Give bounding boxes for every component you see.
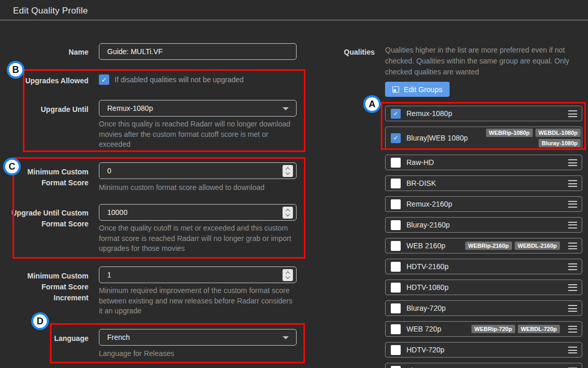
min-cf-score-label: Minimum Custom Format Score (10, 167, 88, 188)
annotation-circle-b: B (7, 61, 24, 79)
quality-item[interactable]: Remux-2160p (385, 196, 582, 212)
quality-checkbox[interactable] (391, 345, 401, 355)
upgrade-until-cf-input[interactable]: 10000 (99, 204, 297, 221)
quality-label: Raw-HD (406, 158, 563, 167)
quality-checkbox[interactable] (391, 220, 401, 230)
upgrade-until-label: Upgrade Until (10, 104, 88, 115)
quality-checkbox[interactable] (391, 241, 401, 251)
quality-item[interactable]: BR-DISK (385, 175, 582, 191)
quality-checkbox[interactable]: ✓ (391, 109, 401, 119)
annotation-circle-d: D (31, 312, 49, 330)
upgrades-allowed-help: If disabled qualities will not be upgrad… (114, 75, 244, 84)
quality-badge: WEBDL-720p (518, 325, 560, 333)
stepper-down-icon[interactable] (286, 170, 290, 174)
quality-item[interactable]: HDTV-720p (385, 342, 582, 358)
drag-handle-icon[interactable] (568, 326, 577, 333)
quality-label: Bluray-720p (406, 304, 563, 312)
quality-checkbox[interactable] (391, 262, 401, 272)
quality-checkbox[interactable] (391, 303, 401, 313)
quality-label: HDTV-2160p (406, 262, 563, 271)
drag-handle-icon[interactable] (568, 284, 577, 291)
language-label: Language (10, 333, 88, 344)
name-input[interactable]: Guide: MULTi.VF (99, 43, 297, 60)
min-cf-score-help: Minimum custom format score allowed to d… (99, 183, 297, 193)
drag-handle-icon[interactable] (568, 159, 577, 166)
chevron-down-icon (283, 107, 289, 110)
drag-handle-icon[interactable] (568, 263, 577, 270)
quality-checkbox[interactable]: ✓ (391, 133, 401, 143)
quality-checkbox[interactable] (391, 179, 401, 188)
min-cf-increment-value: 1 (107, 271, 111, 279)
page-title: Edit Quality Profile (13, 6, 88, 16)
quality-badge: WEBRip-720p (471, 325, 515, 333)
quality-checkbox[interactable] (391, 199, 401, 209)
edit-groups-label: Edit Groups (404, 85, 442, 94)
quality-item[interactable]: WEB 2160pWEBRip-2160pWEBDL-2160p (385, 238, 582, 253)
quality-label: BR-DISK (406, 179, 563, 187)
annotation-circle-a: A (363, 95, 381, 113)
qualities-label: Qualities (323, 48, 375, 56)
quality-checkbox[interactable] (391, 158, 401, 168)
quality-item[interactable]: HDTV-2160p (385, 259, 582, 274)
drag-handle-icon[interactable] (568, 201, 577, 208)
drag-handle-icon[interactable] (568, 305, 577, 312)
upgrades-allowed-checkbox[interactable]: ✓ (99, 74, 109, 85)
annotation-circle-c: C (3, 158, 21, 175)
upgrade-until-cf-help: Once the quality cutoff is met or exceed… (99, 223, 297, 254)
quality-label: WEB 2160p (406, 242, 459, 250)
quality-badge: Bluray-1080p (539, 139, 581, 147)
quality-item[interactable]: Bluray-576p (385, 363, 582, 368)
quality-badges: WEBRip-1080pWEBDL-1080pBluray-1080p (474, 129, 581, 147)
object-group-icon (392, 86, 399, 93)
language-help: Language for Releases (99, 349, 297, 359)
min-cf-increment-input[interactable]: 1 (99, 267, 297, 283)
quality-item[interactable]: ✓Bluray|WEB 1080pWEBRip-1080pWEBDL-1080p… (385, 126, 582, 149)
edit-groups-button[interactable]: Edit Groups (385, 82, 450, 97)
quality-badge: WEBRip-2160p (465, 242, 512, 250)
min-cf-increment-label: Minimum Custom Format Score Increment (10, 271, 88, 303)
chevron-down-icon (283, 336, 289, 339)
quality-item[interactable]: Bluray-2160p (385, 217, 582, 233)
quality-item[interactable]: ✓Remux-1080p (385, 106, 582, 121)
quality-label: HDTV-1080p (406, 283, 563, 291)
min-cf-score-value: 0 (107, 167, 111, 175)
drag-handle-icon[interactable] (568, 110, 577, 117)
quality-badge: WEBDL-2160p (515, 242, 560, 250)
stepper-down-icon[interactable] (286, 212, 290, 216)
min-cf-increment-help: Minimum required improvement of the cust… (99, 286, 297, 316)
quality-label: Remux-2160p (406, 200, 563, 208)
quality-item[interactable]: Bluray-720p (385, 300, 582, 316)
quality-item[interactable]: WEB 720pWEBRip-720pWEBDL-720p (385, 321, 582, 337)
quality-item[interactable]: Raw-HD (385, 155, 582, 170)
drag-handle-icon[interactable] (568, 180, 577, 187)
upgrades-allowed-label: Upgrades Allowed (10, 75, 88, 86)
upgrade-until-cf-label: Upgrade Until Custom Format Score (10, 208, 88, 230)
upgrade-until-value: Remux-1080p (107, 104, 153, 112)
quality-checkbox[interactable] (391, 324, 401, 334)
quality-badges: WEBRip-2160pWEBDL-2160p (465, 242, 560, 250)
quality-label: Remux-1080p (406, 109, 563, 118)
quality-list: ✓Remux-1080p✓Bluray|WEB 1080pWEBRip-1080… (385, 106, 582, 368)
language-select[interactable]: French (99, 329, 297, 346)
drag-handle-icon[interactable] (568, 347, 577, 353)
language-value: French (107, 333, 130, 341)
drag-handle-icon[interactable] (568, 243, 577, 249)
upgrade-until-help: Once this quality is reached Radarr will… (99, 119, 297, 150)
quality-label: WEB 720p (406, 325, 466, 333)
number-stepper[interactable] (283, 269, 293, 281)
min-cf-score-input[interactable]: 0 (99, 162, 297, 179)
quality-checkbox[interactable] (391, 283, 401, 293)
number-stepper[interactable] (283, 207, 293, 219)
stepper-down-icon[interactable] (286, 274, 290, 278)
upgrade-until-cf-value: 10000 (107, 208, 127, 217)
quality-checkbox[interactable] (391, 366, 401, 368)
number-stepper[interactable] (283, 165, 293, 177)
title-divider (0, 20, 588, 20)
upgrade-until-select[interactable]: Remux-1080p (99, 100, 297, 117)
qualities-help: Qualities higher in the list are more pr… (385, 45, 579, 78)
quality-badge: WEBRip-1080p (486, 129, 533, 137)
quality-label: Bluray|WEB 1080p (406, 134, 468, 142)
checkmark-icon: ✓ (101, 76, 107, 84)
drag-handle-icon[interactable] (568, 222, 577, 229)
quality-item[interactable]: HDTV-1080p (385, 280, 582, 295)
